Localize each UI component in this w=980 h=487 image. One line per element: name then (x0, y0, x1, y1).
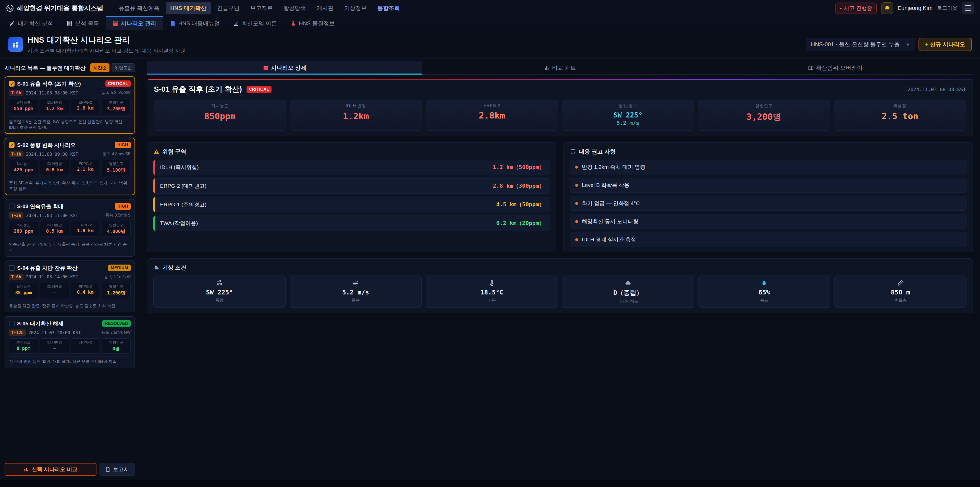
weather-grid: SW 225° 풍향 5.2 m/s 풍속 18.5°C 기온 (153, 276, 966, 308)
clipboard-icon (66, 21, 73, 27)
main-nav: 유출유 확산예측 HNS·대기확산 긴급구난 보고자료 항공탐색 게시판 기상정… (114, 2, 404, 14)
severity-badge: RESOLVED (102, 320, 130, 327)
metric-label: 최대농도 (10, 223, 37, 228)
tab-label: HNS 물질정보 (299, 20, 335, 27)
droplet-icon (761, 279, 767, 286)
weather-label: 대기안정도 (564, 299, 692, 304)
time-offset-badge: T+6h (9, 274, 24, 280)
weather-label: 풍속 (292, 298, 420, 303)
metric-value: 2.8 km (72, 105, 99, 110)
metric-label: 최대농도 (156, 104, 283, 109)
tab-diffusion-analysis[interactable]: 대기확산 분석 (3, 16, 60, 30)
weather-header: 기상 조건 (153, 264, 966, 271)
report-button[interactable]: 보고서 (100, 463, 135, 476)
metric-label: ERPG-2 (72, 284, 99, 289)
scenario-card-s01[interactable]: S-01 유출 직후 (초기 확산) CRITICAL T+0h 2024.11… (5, 77, 135, 134)
sort-by-risk-button[interactable]: 위험도순 (111, 63, 135, 72)
tab-label: 시나리오 관리 (121, 20, 156, 27)
metric-value: 0.8 km (41, 167, 68, 172)
new-scenario-button[interactable]: + 신규 시나리오 (918, 38, 972, 51)
tab-model-theory[interactable]: 확산모델 이론 (226, 16, 283, 30)
clapperboard-icon (263, 65, 269, 71)
document-icon (105, 467, 110, 472)
sidebar-footer: 선택 시나리오 비교 보고서 (5, 460, 135, 476)
scenario-wind: 풍속 4.8m/s SE (103, 152, 130, 157)
scenario-card-s04[interactable]: S-04 유출 차단·잔류 확산 MEDIUM T+6h 2024.11.03 … (5, 260, 135, 313)
recommendation-text: IDLH 경계 실시간 측정 (582, 236, 636, 243)
tab-hns-manual[interactable]: HNS 대응매뉴얼 (163, 16, 226, 30)
scenario-timestamp: 2024.11.03 11:00 KST (26, 213, 78, 218)
scenario-title: S-01 유출 직후 (초기 확산) (17, 80, 103, 87)
metric-value: 5,100명 (102, 167, 130, 173)
scenario-checkbox[interactable] (9, 81, 14, 86)
metric-value: 280 ppm (10, 228, 37, 234)
scenario-card-s03[interactable]: S-03 연속유출 확대 HIGH T+3h 2024.11.03 11:00 … (5, 199, 135, 256)
tab-scenario-management[interactable]: 시나리오 관리 (106, 16, 163, 30)
metric-value: 1.2 km (41, 106, 68, 111)
tab-hns-substance-info[interactable]: HNS 물질정보 (283, 16, 342, 30)
metric-value: 0명 (102, 345, 130, 352)
nav-oil-spill[interactable]: 유출유 확산예측 (114, 2, 164, 14)
weather-panel: 기상 조건 SW 225° 풍향 5.2 m/s 풍속 (147, 259, 973, 313)
scenario-title: S-02 풍향 변화 시나리오 (17, 142, 112, 148)
scenario-title: S-04 유출 차단·잔류 확산 (17, 264, 106, 271)
nav-reports[interactable]: 보고자료 (246, 2, 277, 14)
wave-logo-icon (6, 4, 14, 12)
metric-value: 420 ppm (10, 167, 37, 172)
scenario-checkbox[interactable] (9, 204, 14, 209)
tab-analysis-list[interactable]: 분석 목록 (60, 16, 106, 30)
scenario-card-s02[interactable]: S-02 풍향 변화 시나리오 HIGH T+1h 2024.11.03 09:… (5, 138, 135, 195)
detail-severity-badge: CRITICAL (247, 86, 272, 93)
incident-select[interactable]: HNS-001 · 울산 온산항 톨루엔 누출 ▾ (806, 38, 915, 51)
tab-compare-chart[interactable]: 비교 차트 (422, 61, 698, 74)
scenario-description: 연속유출 3시간 경과. 누적 유출량 증가. 풍속 감소로 체류 시간 증가. (9, 239, 130, 252)
zone-value: 6.2 km（20ppm） (496, 219, 545, 227)
nav-weather[interactable]: 기상정보 (340, 2, 371, 14)
bullet-dot-icon (575, 220, 578, 223)
chevron-down-icon: ▾ (907, 42, 909, 48)
metric-value: 2.5 ton (836, 111, 964, 121)
page-subtitle: 시간·조건별 대기확산 예측 시나리오 비교·검토 및 대응 의사결정 지원 (27, 47, 185, 54)
nav-board[interactable]: 게시판 (312, 2, 338, 14)
risk-zones-panel: 위험 구역 IDLH (즉시위험) 1.2 km（500ppm） ERPG-2 … (147, 142, 556, 252)
metric-value: 1.8 km (72, 228, 99, 233)
notification-bell-button[interactable] (881, 2, 893, 14)
tab-label: 시나리오 상세 (271, 64, 306, 72)
incident-status-label: 사고 진행중 (844, 5, 872, 12)
scenario-card-s05[interactable]: S-05 대기확산 해제 RESOLVED T+12h 2024.11.03 2… (5, 316, 135, 368)
pencil-icon (9, 21, 15, 27)
metric-label: 영향인구 (102, 162, 130, 166)
time-offset-badge: T+1h (9, 151, 24, 157)
metric-value: 85 ppm (10, 290, 37, 295)
sort-by-time-button[interactable]: 시간순 (90, 63, 110, 72)
metric-label: IDLH반경 (41, 162, 68, 166)
weather-value: 18.5°C (428, 289, 555, 296)
nav-hns-diffusion[interactable]: HNS·대기확산 (165, 2, 211, 14)
tab-range-overlay[interactable]: 확산범위 오버레이 (697, 61, 973, 74)
nav-air-search[interactable]: 항공탐색 (279, 2, 310, 14)
brand-logo[interactable]: 해양환경 위기대응 통합시스템 (6, 4, 103, 12)
bar-chart-icon (24, 466, 29, 472)
recommendations-panel: 대응 권고 사항 반경 1.2km 즉시 대피 명령 Level B 화학복 착… (563, 142, 973, 252)
metric-value: 850ppm (156, 111, 283, 121)
logout-button[interactable]: 로그아웃 (937, 5, 958, 11)
metric-label: 영향인구 (700, 104, 828, 109)
tab-scenario-detail[interactable]: 시나리오 상세 (147, 61, 422, 74)
risk-zones-header: 위험 구역 (153, 148, 550, 155)
scenario-checkbox[interactable] (9, 142, 14, 148)
scenario-timestamp: 2024.11.03 14:00 KST (26, 274, 78, 279)
book-icon (169, 21, 176, 27)
topbar-right: ● 사고 진행중 Eunjeong Kim 로그아웃 (835, 2, 974, 14)
metric-value: 0.4 km (72, 289, 99, 295)
scenario-checkbox[interactable] (9, 265, 14, 271)
hamburger-menu-button[interactable] (962, 2, 974, 14)
scenario-checkbox[interactable] (9, 321, 14, 326)
detail-timestamp: 2024.11.03 08:00 KST (907, 86, 966, 92)
weather-wind-direction: SW 225° 풍향 (153, 276, 286, 308)
weather-stability: D（중립） 대기안정도 (562, 276, 694, 308)
compare-scenarios-button[interactable]: 선택 시나리오 비교 (5, 463, 97, 476)
nav-integrated-search[interactable]: 통합조회 (373, 2, 404, 14)
sub-tab-bar: 대기확산 분석 분석 목록 시나리오 관리 HNS 대응매뉴얼 확산모델 이론 … (0, 16, 980, 30)
recommendation-text: 반경 1.2km 즉시 대피 명령 (582, 163, 646, 171)
nav-rescue[interactable]: 긴급구난 (213, 2, 244, 14)
